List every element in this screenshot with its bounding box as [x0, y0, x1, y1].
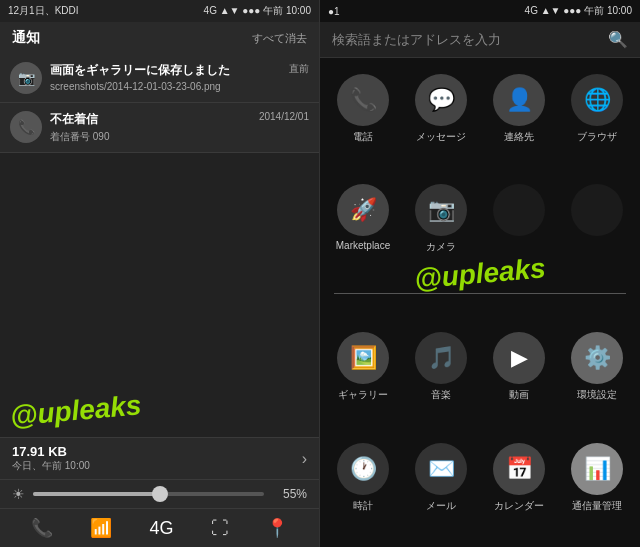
data-mgmt-app-icon: 📊: [571, 443, 623, 495]
app-messages[interactable]: 💬 メッセージ: [402, 68, 480, 178]
notif-subtitle-1: screenshots/2014-12-01-03-23-06.png: [50, 81, 281, 92]
app-email[interactable]: ✉️ メール: [402, 437, 480, 547]
app-camera[interactable]: 📷 カメラ: [402, 178, 480, 288]
phone-toggle-icon[interactable]: 📞: [31, 517, 53, 539]
app-messages-label: メッセージ: [416, 130, 466, 144]
apps-divider: [334, 293, 626, 294]
wifi-toggle-icon[interactable]: 📶: [90, 517, 112, 539]
app-email-label: メール: [426, 499, 456, 513]
app-browser[interactable]: 🌐 ブラウザ: [558, 68, 636, 178]
app-music[interactable]: 🎵 音楽: [402, 326, 480, 436]
app-phone-label: 電話: [353, 130, 373, 144]
screenshot-icon: 📷: [10, 62, 42, 94]
notification-header: 通知 すべて消去: [0, 22, 319, 54]
brightness-row[interactable]: ☀ 55%: [0, 480, 319, 509]
notif-time-2: 2014/12/01: [259, 111, 309, 122]
chevron-right-icon[interactable]: ›: [302, 450, 307, 468]
notif-title-2: 不在着信: [50, 111, 251, 128]
video-app-icon: ▶: [493, 332, 545, 384]
notification-screenshot[interactable]: 📷 画面をギャラリーに保存しました screenshots/2014-12-01…: [0, 54, 319, 103]
right-panel: ●1 4G ▲▼ ●●● 午前 10:00 検索語またはアドレスを入力 🔍 📞 …: [320, 0, 640, 547]
notif-title-1: 画面をギャラリーに保存しました: [50, 62, 281, 79]
app-gallery[interactable]: 🖼️ ギャラリー: [324, 326, 402, 436]
location-toggle-icon[interactable]: 📍: [266, 517, 288, 539]
notification-title: 通知: [12, 29, 40, 47]
clock-app-icon: 🕐: [337, 443, 389, 495]
status-bar-right: ●1 4G ▲▼ ●●● 午前 10:00: [320, 0, 640, 22]
app-music-label: 音楽: [431, 388, 451, 402]
status-bar-left: 12月1日、KDDI 4G ▲▼ ●●● 午前 10:00: [0, 0, 319, 22]
brightness-icon: ☀: [12, 486, 25, 502]
clear-all-button[interactable]: すべて消去: [252, 31, 307, 46]
messages-app-icon: 💬: [415, 74, 467, 126]
music-app-icon: 🎵: [415, 332, 467, 384]
contacts-app-icon: 👤: [493, 74, 545, 126]
app-camera-label: カメラ: [426, 240, 456, 254]
app-contacts[interactable]: 👤 連絡先: [480, 68, 558, 178]
quick-toggles: 📞 📶 4G ⛶ 📍: [0, 509, 319, 547]
email-app-icon: ✉️: [415, 443, 467, 495]
app-empty-2: [558, 178, 636, 288]
notif-time-1: 直前: [289, 62, 309, 76]
calendar-app-icon: 📅: [493, 443, 545, 495]
call-icon: 📞: [10, 111, 42, 143]
brightness-percent: 55%: [272, 487, 307, 501]
app-data-mgmt-label: 通信量管理: [572, 499, 622, 513]
app-calendar-label: カレンダー: [494, 499, 544, 513]
notif-subtitle-2: 着信番号 090: [50, 130, 251, 144]
app-settings[interactable]: ⚙️ 環境設定: [558, 326, 636, 436]
bluetooth-toggle-icon[interactable]: ⛶: [211, 518, 229, 539]
storage-row: 17.91 KB 今日、午前 10:00 ›: [0, 438, 319, 480]
app-video[interactable]: ▶ 動画: [480, 326, 558, 436]
search-placeholder[interactable]: 検索語またはアドレスを入力: [332, 31, 600, 49]
marketplace-app-icon: 🚀: [337, 184, 389, 236]
app-contacts-label: 連絡先: [504, 130, 534, 144]
app-gallery-label: ギャラリー: [338, 388, 388, 402]
storage-size: 17.91 KB: [12, 444, 90, 459]
app-video-label: 動画: [509, 388, 529, 402]
search-icon[interactable]: 🔍: [608, 30, 628, 49]
mobile-data-toggle-icon[interactable]: 4G: [149, 518, 173, 539]
status-indicator: ●1: [328, 6, 340, 17]
left-mid-section: [0, 153, 319, 437]
app-clock-label: 時計: [353, 499, 373, 513]
app-data-management[interactable]: 📊 通信量管理: [558, 437, 636, 547]
notification-missed-call[interactable]: 📞 不在着信 着信番号 090 2014/12/01: [0, 103, 319, 153]
app-marketplace[interactable]: 🚀 Marketplace: [324, 178, 402, 288]
phone-app-icon: 📞: [337, 74, 389, 126]
search-bar[interactable]: 検索語またはアドレスを入力 🔍: [320, 22, 640, 58]
app-phone[interactable]: 📞 電話: [324, 68, 402, 178]
app-empty-1: [480, 178, 558, 288]
status-date: 12月1日、KDDI: [8, 4, 79, 18]
browser-app-icon: 🌐: [571, 74, 623, 126]
brightness-thumb[interactable]: [152, 486, 168, 502]
app-calendar[interactable]: 📅 カレンダー: [480, 437, 558, 547]
status-right-left: 4G ▲▼ ●●● 午前 10:00: [204, 4, 311, 18]
apps-grid: 📞 電話 💬 メッセージ 👤 連絡先 🌐 ブラウザ 🚀 Marketplace …: [320, 58, 640, 547]
bottom-info: 17.91 KB 今日、午前 10:00 › ☀ 55% 📞 📶 4G ⛶ 📍: [0, 437, 319, 547]
app-marketplace-label: Marketplace: [336, 240, 390, 251]
status-right-right: 4G ▲▼ ●●● 午前 10:00: [525, 4, 632, 18]
storage-date: 今日、午前 10:00: [12, 459, 90, 473]
brightness-fill: [33, 492, 160, 496]
gallery-app-icon: 🖼️: [337, 332, 389, 384]
app-settings-label: 環境設定: [577, 388, 617, 402]
left-panel: 12月1日、KDDI 4G ▲▼ ●●● 午前 10:00 通知 すべて消去 📷…: [0, 0, 320, 547]
camera-app-icon: 📷: [415, 184, 467, 236]
brightness-slider[interactable]: [33, 492, 264, 496]
app-clock[interactable]: 🕐 時計: [324, 437, 402, 547]
app-browser-label: ブラウザ: [577, 130, 617, 144]
settings-app-icon: ⚙️: [571, 332, 623, 384]
